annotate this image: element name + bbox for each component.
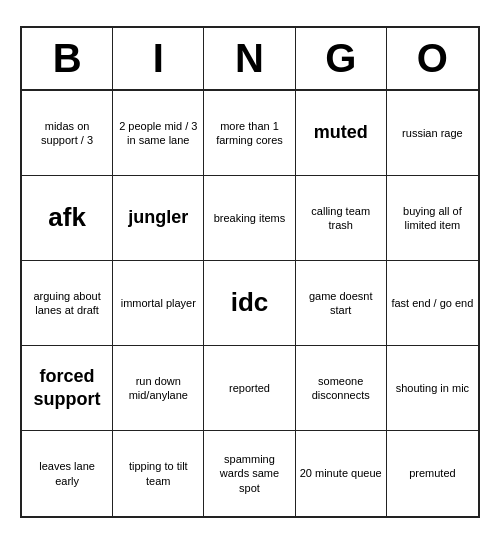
- bingo-cell-24: premuted: [387, 431, 478, 516]
- bingo-cell-13: game doesnt start: [296, 261, 387, 346]
- bingo-cell-5: afk: [22, 176, 113, 261]
- bingo-cell-0: midas on support / 3: [22, 91, 113, 176]
- bingo-cell-16: run down mid/anylane: [113, 346, 204, 431]
- bingo-letter-b: B: [22, 28, 113, 89]
- bingo-cell-9: buying all of limited item: [387, 176, 478, 261]
- bingo-cell-3: muted: [296, 91, 387, 176]
- bingo-cell-2: more than 1 farming cores: [204, 91, 295, 176]
- bingo-cell-10: arguing about lanes at draft: [22, 261, 113, 346]
- bingo-cell-4: russian rage: [387, 91, 478, 176]
- bingo-cell-22: spamming wards same spot: [204, 431, 295, 516]
- bingo-cell-15: forced support: [22, 346, 113, 431]
- bingo-grid: midas on support / 32 people mid / 3 in …: [22, 91, 478, 516]
- bingo-cell-23: 20 minute queue: [296, 431, 387, 516]
- bingo-letter-g: G: [296, 28, 387, 89]
- bingo-cell-21: tipping to tilt team: [113, 431, 204, 516]
- bingo-cell-20: leaves lane early: [22, 431, 113, 516]
- bingo-cell-11: immortal player: [113, 261, 204, 346]
- bingo-cell-8: calling team trash: [296, 176, 387, 261]
- bingo-header: BINGO: [22, 28, 478, 91]
- bingo-letter-o: O: [387, 28, 478, 89]
- bingo-cell-14: fast end / go end: [387, 261, 478, 346]
- bingo-card: BINGO midas on support / 32 people mid /…: [20, 26, 480, 518]
- bingo-cell-1: 2 people mid / 3 in same lane: [113, 91, 204, 176]
- bingo-cell-18: someone disconnects: [296, 346, 387, 431]
- bingo-cell-7: breaking items: [204, 176, 295, 261]
- bingo-cell-6: jungler: [113, 176, 204, 261]
- bingo-cell-17: reported: [204, 346, 295, 431]
- bingo-letter-n: N: [204, 28, 295, 89]
- bingo-letter-i: I: [113, 28, 204, 89]
- bingo-cell-19: shouting in mic: [387, 346, 478, 431]
- bingo-cell-12: idc: [204, 261, 295, 346]
